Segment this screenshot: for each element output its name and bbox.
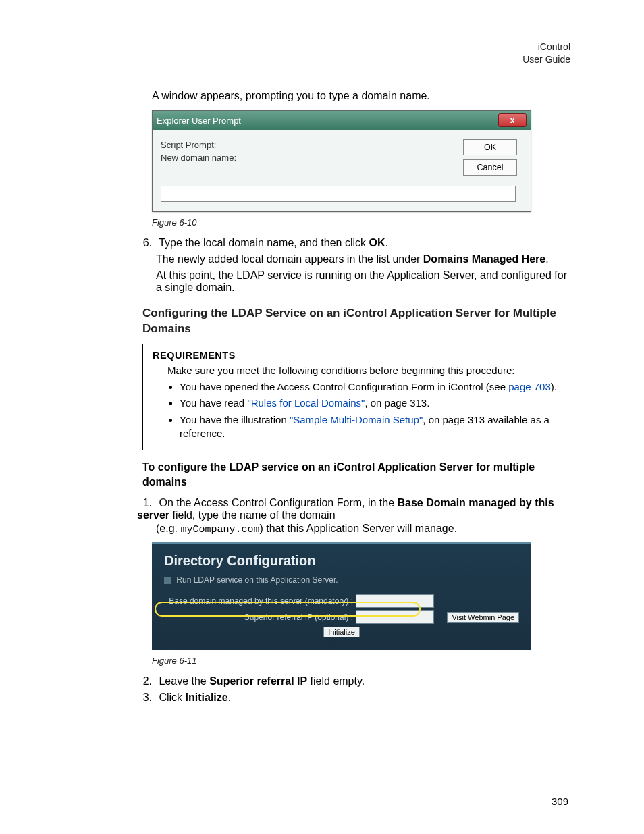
step-2: 2. Leave the Superior referral IP field … [137, 675, 570, 687]
domain-name-input[interactable] [161, 186, 516, 202]
ok-button[interactable]: OK [463, 139, 517, 155]
step-6: 6. Type the local domain name, and then … [137, 237, 570, 294]
prompt-labels: Script Prompt: New domain name: [161, 137, 463, 178]
procedure-lead: To configure the LDAP service on an iCon… [142, 460, 570, 490]
requirements-box: REQUIREMENTS Make sure you meet the foll… [142, 344, 570, 450]
superior-referral-input[interactable] [356, 610, 434, 624]
new-domain-label: New domain name: [161, 153, 463, 163]
close-icon: x [510, 115, 515, 125]
superior-referral-label: Superior referral IP (optional) : [164, 613, 356, 622]
header-rule [71, 72, 570, 72]
dialog-title-bar: Explorer User Prompt x [153, 111, 531, 130]
requirements-title: REQUIREMENTS [153, 350, 560, 361]
run-ldap-label: Run LDAP service on this Application Ser… [176, 575, 338, 585]
step-1: 1. On the Access Control Configuration F… [137, 497, 570, 536]
requirement-item: You have read "Rules for Local Domains",… [180, 396, 560, 410]
intro-paragraph: A window appears, prompting you to type … [152, 88, 570, 103]
requirement-item: You have opened the Access Control Confi… [180, 380, 560, 394]
page-header: iControl User Guide [71, 41, 570, 66]
step-3: 3. Click Initialize. [137, 692, 570, 704]
product-name: iControl [71, 41, 570, 53]
figure-6-11-caption: Figure 6-11 [152, 656, 570, 666]
base-domain-input[interactable] [356, 594, 434, 608]
visit-webmin-button[interactable]: Visit Webmin Page [447, 612, 519, 623]
base-domain-label: Base domain managed by this server (mand… [164, 596, 356, 606]
run-ldap-checkbox-row[interactable]: Run LDAP service on this Application Ser… [164, 575, 519, 585]
page-703-link[interactable]: page 703 [508, 381, 551, 392]
script-prompt-label: Script Prompt: [161, 140, 463, 150]
dialog-title: Explorer User Prompt [157, 115, 498, 126]
rules-local-domains-link[interactable]: "Rules for Local Domains" [247, 397, 365, 409]
subsection-heading: Configuring the LDAP Service on an iCont… [142, 306, 570, 337]
requirements-lead: Make sure you meet the following conditi… [167, 365, 560, 376]
sample-multidomain-link[interactable]: "Sample Multi-Domain Setup" [290, 414, 423, 425]
checkbox-icon [164, 577, 171, 584]
close-button[interactable]: x [498, 113, 527, 127]
initialize-button[interactable]: Initialize [323, 627, 360, 637]
page-number: 309 [552, 796, 568, 807]
explorer-user-prompt-dialog: Explorer User Prompt x Script Prompt: Ne… [152, 110, 531, 212]
requirement-item: You have the illustration "Sample Multi-… [180, 413, 560, 441]
directory-configuration-panel: Directory Configuration Run LDAP service… [152, 542, 531, 650]
figure-6-10-caption: Figure 6-10 [152, 217, 570, 228]
panel-title: Directory Configuration [164, 553, 519, 569]
cancel-button[interactable]: Cancel [463, 159, 517, 176]
doc-title: User Guide [71, 53, 570, 66]
